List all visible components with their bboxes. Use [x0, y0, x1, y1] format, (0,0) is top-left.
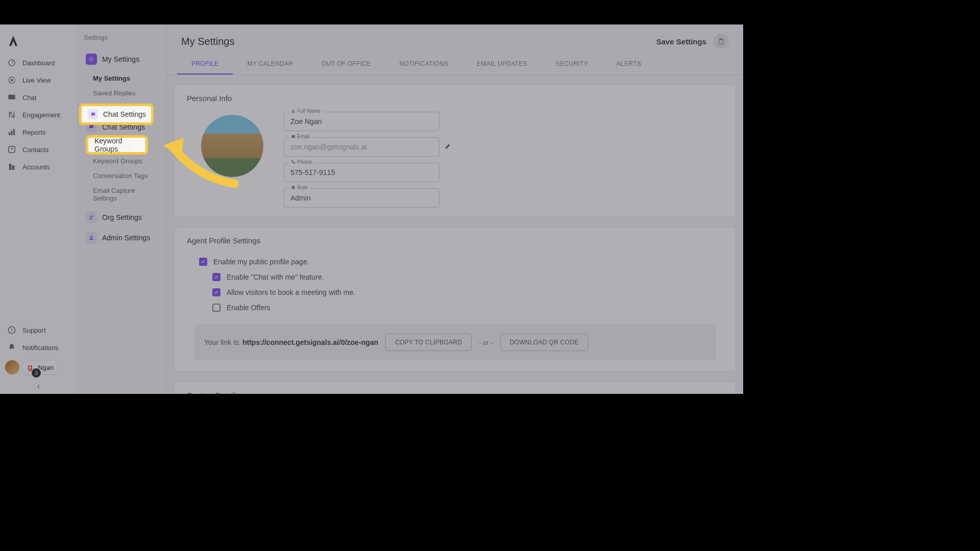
- edit-email-button[interactable]: [445, 142, 452, 152]
- sidebar-sub-emailcapture[interactable]: Email Capture Settings: [84, 183, 160, 206]
- svg-point-15: [92, 216, 93, 217]
- svg-point-14: [90, 216, 91, 217]
- nav-label: Reports: [22, 129, 46, 136]
- svg-point-16: [90, 236, 92, 238]
- nav-label: Support: [22, 327, 46, 334]
- copy-clipboard-button[interactable]: COPY TO CLIPBOARD: [385, 334, 472, 351]
- tab-profile[interactable]: PROFILE: [177, 54, 233, 74]
- user-name: Ngan: [38, 364, 54, 371]
- svg-rect-10: [12, 165, 15, 170]
- save-settings-label: Save Settings: [656, 37, 706, 46]
- link-text: Your link is: https://connect.getsignals…: [204, 338, 378, 346]
- checkbox-enable-offers[interactable]: Enable Offers: [187, 300, 723, 315]
- email-field: [284, 137, 439, 157]
- nav-dashboard[interactable]: Dashboard: [0, 54, 77, 71]
- tab-alerts[interactable]: ALERTS: [602, 54, 655, 74]
- sidebar-group-adminsettings[interactable]: Admin Settings: [84, 229, 160, 246]
- svg-rect-6: [13, 129, 15, 135]
- svg-rect-9: [9, 164, 12, 170]
- nav-label: Notifications: [22, 344, 59, 352]
- sidebar-sub-mysettings[interactable]: My Settings: [84, 71, 160, 86]
- breadcrumb: Settings: [84, 34, 160, 41]
- field-label: Phone: [297, 159, 312, 165]
- personal-info-card: Personal Info Full Name Email Phone: [174, 84, 736, 217]
- save-button[interactable]: [714, 34, 729, 49]
- tabs: PROFILE MY CALENDAR OUT OF OFFICE NOTIFI…: [167, 54, 743, 75]
- cb-label: Enable "Chat with me" feature.: [227, 273, 324, 281]
- checkbox-chat-with-me[interactable]: Enable "Chat with me" feature.: [187, 269, 723, 285]
- svg-point-8: [11, 148, 13, 149]
- card-title: Agent Profile Settings: [187, 236, 723, 245]
- field-label: Full Name: [297, 108, 321, 114]
- org-icon: [86, 212, 97, 223]
- tab-security[interactable]: SECURITY: [542, 54, 602, 74]
- sidebar-item-label: Admin Settings: [102, 234, 150, 242]
- svg-point-18: [292, 110, 294, 111]
- cb-label: Enable Offers: [227, 304, 270, 312]
- agent-profile-card: Agent Profile Settings Enable my public …: [174, 227, 736, 372]
- checkbox-public-profile[interactable]: Enable my public profile page.: [187, 254, 723, 269]
- profile-link-box: Your link is: https://connect.getsignals…: [194, 324, 716, 360]
- cb-label: Enable my public profile page.: [213, 258, 309, 266]
- gear-icon: [86, 54, 97, 65]
- sidebar-sub-conversationtags[interactable]: Conversation Tags: [84, 168, 160, 183]
- nav-label: Contacts: [22, 146, 48, 154]
- nav-label: Dashboard: [22, 59, 55, 67]
- card-title: Contact Details: [187, 391, 723, 394]
- sidebar-sub-keywordgroups[interactable]: Keyword Groups: [84, 154, 160, 168]
- cb-label: Allow visitors to book a meeting with me…: [227, 288, 355, 296]
- highlight-label: Keyword Groups: [94, 137, 145, 153]
- arrow-annotation-icon: [158, 128, 240, 189]
- admin-icon: [86, 232, 97, 243]
- svg-rect-4: [9, 132, 10, 135]
- svg-text:?: ?: [10, 328, 13, 333]
- app-logo-icon: [7, 35, 19, 47]
- highlight-label: Chat Settings: [103, 110, 146, 118]
- nav-notifications[interactable]: Notifications: [0, 339, 77, 356]
- nav-support[interactable]: ?Support: [0, 321, 77, 339]
- nav-engagement[interactable]: Engagement: [0, 106, 77, 123]
- field-label: Role: [297, 185, 308, 190]
- nav-label: Live View: [22, 77, 51, 84]
- checkbox-book-meeting[interactable]: Allow visitors to book a meeting with me…: [187, 285, 723, 300]
- collapse-nav-button[interactable]: ‹: [0, 379, 77, 394]
- left-nav: Dashboard Live View Chat Engagement Repo…: [0, 24, 78, 394]
- contact-details-card: Contact Details Personal Bio Social Medi…: [174, 381, 736, 394]
- card-title: Personal Info: [187, 94, 723, 103]
- svg-rect-19: [291, 135, 295, 138]
- tab-calendar[interactable]: MY CALENDAR: [233, 54, 307, 74]
- settings-sidebar: Settings My Settings My Settings Saved R…: [78, 24, 167, 394]
- nav-user[interactable]: g.Ngan 3: [0, 356, 77, 379]
- nav-label: Chat: [22, 94, 36, 102]
- field-label: Email: [297, 134, 310, 139]
- tab-outofoffice[interactable]: OUT OF OFFICE: [307, 54, 385, 74]
- highlight-chat-settings: Chat Settings: [79, 104, 154, 125]
- download-qr-button[interactable]: DOWNLOAD QR CODE: [500, 334, 589, 351]
- chat-icon: [88, 109, 98, 119]
- sidebar-item-label: My Settings: [102, 55, 139, 63]
- nav-accounts[interactable]: Accounts: [0, 158, 77, 176]
- svg-point-1: [11, 79, 13, 82]
- highlight-keyword-groups: Keyword Groups: [86, 135, 148, 155]
- nav-chat[interactable]: Chat: [0, 89, 77, 106]
- notification-badge: 3: [32, 368, 41, 378]
- nav-contacts[interactable]: Contacts: [0, 141, 77, 158]
- sidebar-group-orgsettings[interactable]: Org Settings: [84, 209, 160, 226]
- page-title: My Settings: [181, 36, 234, 47]
- sidebar-item-label: Org Settings: [102, 213, 142, 221]
- role-field[interactable]: [284, 188, 439, 208]
- tab-emailupdates[interactable]: EMAIL UPDATES: [462, 54, 542, 74]
- sidebar-group-mysettings[interactable]: My Settings: [84, 51, 160, 68]
- nav-liveview[interactable]: Live View: [0, 71, 77, 89]
- nav-reports[interactable]: Reports: [0, 123, 77, 141]
- phone-field[interactable]: [284, 163, 439, 182]
- svg-rect-3: [8, 95, 15, 99]
- sidebar-sub-savedreplies[interactable]: Saved Replies: [84, 86, 160, 101]
- svg-point-13: [91, 59, 92, 60]
- svg-rect-5: [11, 131, 13, 135]
- svg-rect-17: [720, 39, 723, 40]
- main-content: My Settings Save Settings PROFILE MY CAL…: [167, 24, 743, 394]
- tab-notifications[interactable]: NOTIFICATIONS: [385, 54, 463, 74]
- full-name-field[interactable]: [284, 112, 439, 131]
- or-separator: - or -: [479, 339, 493, 346]
